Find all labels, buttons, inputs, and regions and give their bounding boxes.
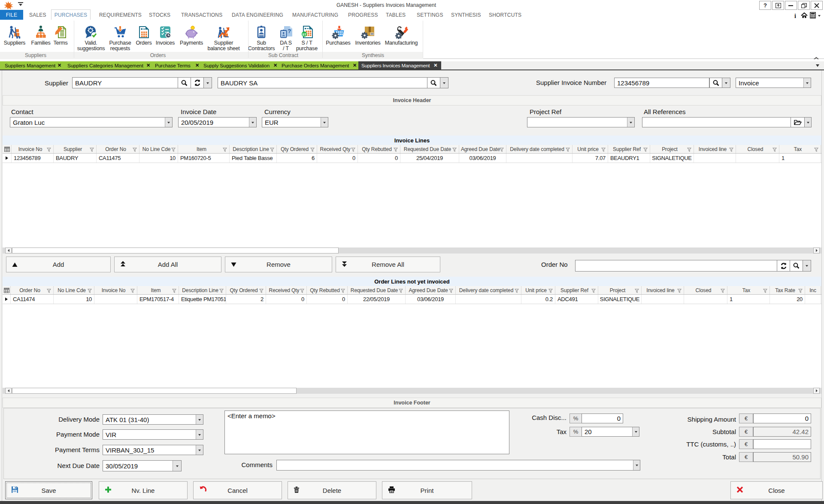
svg-text:ST: ST bbox=[302, 33, 306, 36]
